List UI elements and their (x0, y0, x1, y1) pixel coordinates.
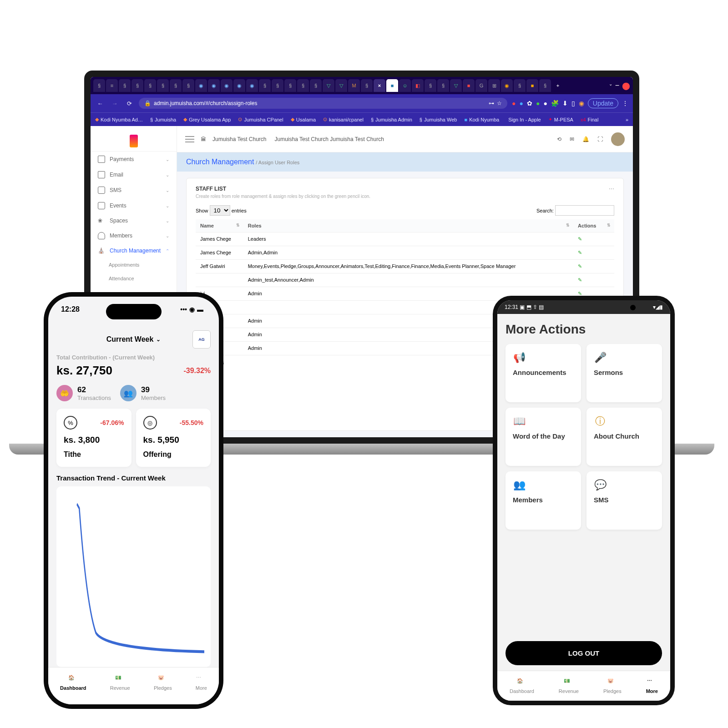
action-card[interactable]: 📢Announcements (506, 344, 581, 402)
sidebar-item-sms[interactable]: SMS⌄ (91, 182, 177, 198)
bookmark-item[interactable]: ⊙kanisani/cpanel (323, 116, 364, 122)
sidebar-item-events[interactable]: Events⌄ (91, 198, 177, 213)
col-name[interactable]: Name⇅ (196, 219, 243, 233)
tab-icon[interactable]: M (348, 79, 360, 92)
bookmark-item[interactable]: ⊙Jumuisha CPanel (238, 116, 283, 122)
tab-icon[interactable]: § (539, 79, 551, 92)
action-card[interactable]: 👥Members (506, 471, 581, 530)
url-input[interactable]: 🔒 admin.jumuisha.com/#/church/assign-rol… (139, 98, 507, 109)
bookmark-item[interactable]: ■Kodi Nyumba (464, 117, 499, 122)
church-name[interactable]: Jumuisha Test Church (212, 136, 267, 142)
ext-icon[interactable]: ● (536, 100, 540, 107)
ext-icon[interactable]: ✿ (527, 100, 532, 107)
edit-icon[interactable]: ✎ (578, 263, 582, 269)
tab-icon[interactable]: G (475, 79, 487, 92)
profile-icon[interactable]: ◉ (579, 100, 584, 107)
fullscreen-icon[interactable]: ⛶ (597, 136, 603, 142)
card-offering[interactable]: ◎-55.50% ks. 5,950 Offering (136, 409, 211, 467)
tab-icon[interactable]: § (425, 79, 436, 92)
church-name[interactable]: Jumuisha Test Church Jumuisha Test Churc… (275, 136, 384, 142)
col-roles[interactable]: Roles⇅ (243, 219, 573, 233)
reload-button[interactable]: ⟳ (124, 98, 134, 108)
tab-icon[interactable]: § (272, 79, 283, 92)
bookmark-item[interactable]: ◆Grey Usalama App (183, 116, 231, 122)
sidebar-item-email[interactable]: Email⌄ (91, 167, 177, 182)
card-tithe[interactable]: %-67.06% ks. 3,800 Tithe (56, 409, 131, 467)
tab-icon[interactable]: ≡ (106, 79, 118, 92)
search-input[interactable] (555, 205, 614, 216)
tab-icon[interactable]: § (437, 79, 449, 92)
tab-icon[interactable]: ■ (526, 79, 538, 92)
tab-icon[interactable]: ⊞ (488, 79, 500, 92)
tab-icon[interactable]: § (131, 79, 143, 92)
tab-icon[interactable]: § (297, 79, 309, 92)
mail-icon[interactable]: ✉ (570, 136, 574, 142)
tab-icon[interactable]: § (259, 79, 271, 92)
forward-button[interactable]: → (110, 98, 120, 108)
tab-icon[interactable]: § (144, 79, 156, 92)
entries-select[interactable]: 10 (210, 205, 230, 216)
sidebar-item-church-management[interactable]: ⛪Church Management⌃ (91, 243, 177, 258)
sidebar-item-payments[interactable]: Payments⌄ (91, 152, 177, 167)
tab-dashboard[interactable]: 🏠Dashboard (510, 678, 534, 694)
tab-icon[interactable]: § (119, 79, 131, 92)
tab-icon[interactable]: ◉ (233, 79, 245, 92)
action-card[interactable]: 🎤Sermons (586, 344, 662, 402)
reading-list-icon[interactable]: ▯ (571, 100, 575, 107)
tab-icon[interactable]: ◉ (246, 79, 258, 92)
tab-revenue[interactable]: 💵Revenue (559, 678, 579, 694)
panel-menu-icon[interactable]: ⋯ (609, 186, 614, 192)
tab-more[interactable]: ⋯More (196, 675, 207, 691)
action-card[interactable]: 📖Word of the Day (506, 408, 581, 466)
bookmark-item[interactable]: ✦M-PESA (548, 116, 573, 122)
sync-icon[interactable]: ⟲ (557, 136, 561, 142)
user-avatar[interactable] (611, 132, 625, 146)
back-button[interactable]: ← (95, 98, 105, 108)
bookmark-item[interactable]: §Jumuisha (150, 117, 176, 122)
star-icon[interactable]: ☆ (497, 100, 502, 106)
sidebar-item-members[interactable]: Members⌄ (91, 228, 177, 243)
update-button[interactable]: Update (588, 98, 618, 108)
window-close-icon[interactable]: ⬤ (622, 81, 630, 90)
ext-icon[interactable]: ● (519, 100, 523, 107)
bell-icon[interactable]: 🔔 (582, 136, 589, 142)
tab-revenue[interactable]: 💵Revenue (110, 675, 130, 691)
menu-icon[interactable]: ⋮ (622, 100, 628, 107)
bookmark-item[interactable]: §Jumuisha Web (420, 117, 457, 122)
tab-pledges[interactable]: 🐷Pledges (154, 675, 172, 691)
menu-toggle-icon[interactable] (185, 136, 194, 142)
bookmark-item[interactable]: Sign In - Apple (506, 117, 541, 122)
edit-icon[interactable]: ✎ (578, 236, 582, 242)
tab-icon[interactable]: ▽ (323, 79, 334, 92)
tab-icon[interactable]: ■ (386, 79, 398, 92)
tab-icon[interactable]: § (514, 79, 526, 92)
tab-icon[interactable]: ■ (463, 79, 475, 92)
tab-pledges[interactable]: 🐷Pledges (603, 678, 622, 694)
extensions-icon[interactable]: 🧩 (551, 100, 559, 107)
bookmark-item[interactable]: ◆Usalama (291, 116, 316, 122)
bookmark-overflow[interactable]: » (626, 117, 628, 122)
tab-icon[interactable]: ◉ (221, 79, 233, 92)
tab-icon[interactable]: ▽ (335, 79, 347, 92)
tab-more[interactable]: ⋯More (646, 678, 658, 694)
tab-icon[interactable]: § (157, 79, 169, 92)
sidebar-item-spaces[interactable]: ❀Spaces⌄ (91, 213, 177, 228)
logout-button[interactable]: LOG OUT (506, 641, 662, 665)
bookmark-item[interactable]: ◆Kodi Nyumba Ad… (95, 116, 143, 122)
stat-transactions[interactable]: 🤲 62Transactions (56, 385, 111, 401)
action-card[interactable]: 💬SMS (586, 471, 662, 530)
tab-icon[interactable]: § (310, 79, 322, 92)
tab-icon[interactable]: ◧ (412, 79, 424, 92)
tab-dashboard[interactable]: 🏠Dashboard (60, 675, 86, 691)
tab-icon[interactable]: ◉ (501, 79, 513, 92)
edit-icon[interactable]: ✎ (578, 250, 582, 255)
week-selector[interactable]: Current Week ⌄ (106, 335, 161, 344)
church-logo[interactable]: AG (192, 330, 211, 349)
tab-icon[interactable]: § (284, 79, 296, 92)
action-card[interactable]: ⓘAbout Church (586, 408, 662, 466)
tab-icon[interactable]: § (361, 79, 373, 92)
window-expand-icon[interactable]: ⌄ (609, 81, 612, 90)
ext-icon[interactable]: ● (543, 100, 547, 107)
ext-icon[interactable]: ● (512, 100, 516, 107)
tab-icon[interactable]: ☺ (399, 79, 411, 92)
